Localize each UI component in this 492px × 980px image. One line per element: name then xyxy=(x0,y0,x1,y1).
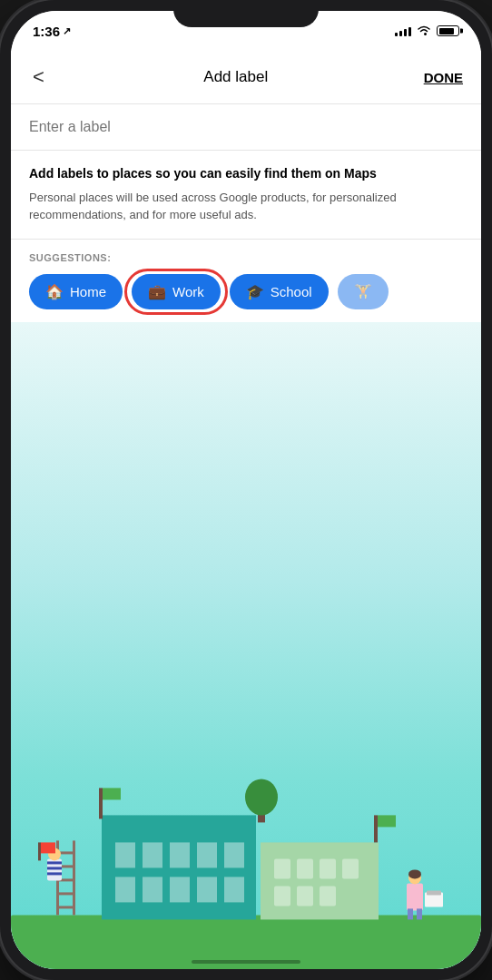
svg-rect-8 xyxy=(143,877,162,902)
gym-chip[interactable]: 🏋 xyxy=(338,274,389,309)
svg-rect-40 xyxy=(407,883,423,910)
svg-rect-12 xyxy=(261,842,379,919)
svg-rect-5 xyxy=(197,842,217,867)
svg-rect-24 xyxy=(374,815,378,842)
work-chip[interactable]: 💼 Work xyxy=(132,274,221,309)
app-content: < Add label DONE Add labels to places so… xyxy=(11,51,481,969)
svg-rect-43 xyxy=(408,908,413,919)
svg-rect-35 xyxy=(47,867,62,869)
svg-rect-3 xyxy=(143,842,162,867)
svg-rect-4 xyxy=(170,842,190,867)
time-display: 1:36 xyxy=(33,24,60,39)
svg-rect-18 xyxy=(297,886,313,906)
home-icon: 🏠 xyxy=(45,283,64,300)
svg-rect-38 xyxy=(38,842,41,860)
svg-rect-46 xyxy=(427,890,441,895)
svg-point-42 xyxy=(408,869,421,878)
work-label: Work xyxy=(172,284,204,299)
work-chip-wrapper: 💼 Work xyxy=(132,274,221,309)
label-input[interactable] xyxy=(29,119,463,135)
svg-rect-6 xyxy=(224,842,244,867)
signal-icon xyxy=(395,25,411,36)
school-icon: 🎓 xyxy=(246,283,264,300)
svg-rect-11 xyxy=(224,877,244,902)
notch xyxy=(173,0,319,27)
svg-rect-2 xyxy=(115,842,135,867)
suggestions-label: SUGGESTIONS: xyxy=(29,252,463,263)
svg-rect-22 xyxy=(99,788,103,818)
status-icons xyxy=(395,25,459,36)
svg-rect-25 xyxy=(378,815,396,827)
label-input-section xyxy=(11,104,481,151)
location-arrow-icon: ↗ xyxy=(63,25,71,37)
svg-rect-14 xyxy=(297,858,313,878)
svg-rect-31 xyxy=(56,892,75,895)
school-label: School xyxy=(271,284,312,299)
svg-rect-23 xyxy=(103,788,121,799)
svg-rect-32 xyxy=(56,906,75,908)
svg-point-21 xyxy=(245,779,278,815)
gym-icon: 🏋 xyxy=(354,283,372,300)
svg-rect-15 xyxy=(320,858,336,878)
suggestions-row: 🏠 Home 💼 Work 🎓 School xyxy=(29,274,463,309)
svg-rect-7 xyxy=(115,877,135,902)
status-time: 1:36 ↗ xyxy=(33,24,71,39)
info-section: Add labels to places so you can easily f… xyxy=(11,151,481,240)
battery-fill xyxy=(439,28,454,34)
wifi-icon xyxy=(417,25,431,36)
svg-rect-17 xyxy=(274,886,290,906)
screen: 1:36 ↗ xyxy=(11,11,481,969)
work-icon: 💼 xyxy=(148,283,166,300)
svg-rect-39 xyxy=(41,842,55,853)
info-description: Personal places will be used across Goog… xyxy=(29,189,463,224)
svg-rect-13 xyxy=(274,858,290,878)
home-indicator xyxy=(192,960,300,964)
home-label: Home xyxy=(70,284,106,299)
home-chip[interactable]: 🏠 Home xyxy=(29,274,123,309)
svg-rect-36 xyxy=(47,872,62,875)
illustration-area xyxy=(11,322,481,969)
svg-rect-19 xyxy=(320,886,336,906)
suggestions-section: SUGGESTIONS: 🏠 Home 💼 Work xyxy=(11,240,481,322)
svg-rect-10 xyxy=(197,877,217,902)
phone-frame: 1:36 ↗ xyxy=(0,0,492,980)
building-illustration xyxy=(11,322,481,969)
nav-bar: < Add label DONE xyxy=(11,51,481,104)
info-title: Add labels to places so you can easily f… xyxy=(29,165,463,183)
done-button[interactable]: DONE xyxy=(424,70,463,85)
svg-rect-34 xyxy=(47,861,62,864)
page-title: Add label xyxy=(203,68,268,86)
svg-rect-9 xyxy=(170,877,190,902)
svg-rect-44 xyxy=(417,908,422,919)
battery-icon xyxy=(437,25,459,36)
school-chip[interactable]: 🎓 School xyxy=(230,274,329,309)
svg-rect-16 xyxy=(342,858,359,878)
back-button[interactable]: < xyxy=(29,62,48,93)
